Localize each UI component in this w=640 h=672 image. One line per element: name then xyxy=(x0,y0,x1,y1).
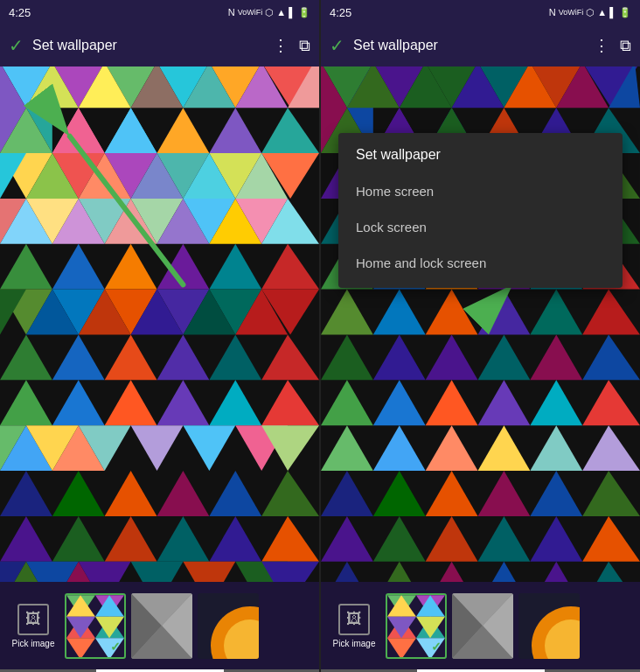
svg-marker-177 xyxy=(582,334,640,380)
svg-marker-51 xyxy=(261,244,319,290)
pick-image-label-left: Pick image xyxy=(12,639,55,648)
svg-marker-67 xyxy=(157,334,210,380)
svg-marker-48 xyxy=(105,244,157,290)
action-icons-right: ⋮ ⧉ xyxy=(594,36,631,55)
svg-marker-73 xyxy=(157,380,210,425)
preview-icon-left[interactable]: ⧉ xyxy=(299,37,310,55)
svg-marker-88 xyxy=(157,471,210,516)
svg-marker-171 xyxy=(582,290,640,335)
set-wallpaper-dropdown: Set wallpaper Home screen Lock screen Ho… xyxy=(338,133,623,288)
svg-marker-196 xyxy=(321,516,373,562)
svg-marker-91 xyxy=(0,516,52,562)
svg-marker-199 xyxy=(478,516,531,562)
svg-marker-71 xyxy=(52,380,105,425)
svg-marker-93 xyxy=(105,516,157,562)
pick-image-icon-right: 🖼 xyxy=(338,604,370,635)
status-bar-right: 4:25 N VoWiFi ⬡ ▲ ▌ 🔋 xyxy=(321,0,640,24)
thumbnail-2-right[interactable] xyxy=(452,593,513,659)
wifi-icon: ▲ xyxy=(276,7,286,18)
action-icons-left: ⋮ ⧉ xyxy=(273,36,310,55)
svg-marker-198 xyxy=(426,516,478,562)
right-phone-panel: 4:25 N VoWiFi ⬡ ▲ ▌ 🔋 ✓ Set wallpaper ⋮ … xyxy=(321,0,640,672)
more-options-icon-left[interactable]: ⋮ xyxy=(273,36,289,55)
svg-marker-181 xyxy=(478,380,531,425)
svg-marker-180 xyxy=(426,380,478,425)
action-title-right: Set wallpaper xyxy=(353,38,594,53)
svg-marker-193 xyxy=(478,471,531,516)
svg-marker-201 xyxy=(582,516,640,562)
svg-marker-21 xyxy=(261,108,319,153)
battery-icon: 🔋 xyxy=(298,7,310,18)
svg-marker-173 xyxy=(373,334,426,380)
thumbnail-2-left[interactable] xyxy=(131,593,192,659)
svg-marker-175 xyxy=(478,334,531,380)
svg-marker-187 xyxy=(478,425,531,471)
svg-marker-166 xyxy=(321,290,373,335)
left-phone-panel: 4:25 N VoWiFi ⬡ ▲ ▌ 🔋 ✓ Set wallpaper ⋮ … xyxy=(0,0,319,672)
svg-marker-50 xyxy=(209,244,261,290)
bottom-tray-right: 🖼 Pick image ✓ xyxy=(321,582,640,669)
pick-image-left[interactable]: 🖼 Pick image xyxy=(7,604,59,648)
svg-marker-197 xyxy=(373,516,426,562)
confirm-check-right[interactable]: ✓ xyxy=(330,35,344,56)
svg-marker-64 xyxy=(0,334,52,380)
svg-marker-184 xyxy=(321,425,373,471)
svg-marker-85 xyxy=(0,471,52,516)
svg-marker-206 xyxy=(530,562,582,582)
battery-icon-right: 🔋 xyxy=(619,7,631,18)
nfc-icon: N xyxy=(228,7,235,18)
svg-marker-47 xyxy=(52,244,105,290)
thumbnail-selected-right[interactable]: ✓ xyxy=(386,593,447,659)
dropdown-title: Set wallpaper xyxy=(338,147,623,173)
dropdown-home-screen[interactable]: Home screen xyxy=(338,173,623,209)
pick-image-right[interactable]: 🖼 Pick image xyxy=(328,604,380,648)
pick-image-label-right: Pick image xyxy=(333,639,376,648)
dropdown-lock-screen[interactable]: Lock screen xyxy=(338,209,623,245)
preview-icon-right[interactable]: ⧉ xyxy=(620,37,631,55)
time-left: 4:25 xyxy=(9,6,31,19)
svg-marker-176 xyxy=(530,334,582,380)
thumbnail-checkmark-right: ✓ xyxy=(431,640,442,654)
status-icons-left: N VoWiFi ⬡ ▲ ▌ 🔋 xyxy=(228,7,310,18)
svg-marker-190 xyxy=(321,471,373,516)
signal-icon: ▌ xyxy=(289,7,296,18)
status-icons-right: N VoWiFi ⬡ ▲ ▌ 🔋 xyxy=(549,7,631,18)
bottom-tray-left: 🖼 Pick image ✓ xyxy=(0,582,319,669)
svg-marker-183 xyxy=(582,380,640,425)
confirm-check-left[interactable]: ✓ xyxy=(9,35,24,56)
svg-marker-65 xyxy=(52,334,105,380)
thumbnail-3-right[interactable] xyxy=(518,593,580,659)
status-bar-left: 4:25 N VoWiFi ⬡ ▲ ▌ 🔋 xyxy=(0,0,319,24)
svg-marker-204 xyxy=(426,562,478,582)
thumbnail-3-left[interactable] xyxy=(198,593,259,659)
svg-marker-92 xyxy=(52,516,105,562)
svg-marker-96 xyxy=(261,516,319,562)
wallpaper-right: Set wallpaper Home screen Lock screen Ho… xyxy=(321,66,640,582)
svg-marker-188 xyxy=(530,425,582,471)
svg-marker-116 xyxy=(66,638,95,657)
vowifi-icon: VoWiFi xyxy=(238,8,263,17)
svg-marker-170 xyxy=(530,290,582,335)
wifi-icon-right: ▲ xyxy=(597,7,607,18)
svg-marker-46 xyxy=(0,244,52,290)
svg-marker-70 xyxy=(0,380,52,425)
action-bar-left: ✓ Set wallpaper ⋮ ⧉ xyxy=(0,24,319,66)
nfc-icon-right: N xyxy=(549,7,556,18)
thumbnail-selected-left[interactable]: ✓ xyxy=(65,593,126,659)
svg-marker-49 xyxy=(157,244,210,290)
svg-marker-185 xyxy=(373,425,426,471)
wallpaper-left xyxy=(0,66,319,582)
svg-marker-82 xyxy=(183,425,235,471)
svg-marker-95 xyxy=(209,516,261,562)
svg-marker-194 xyxy=(530,471,582,516)
svg-marker-203 xyxy=(373,562,426,582)
thumbnail-checkmark-left: ✓ xyxy=(110,640,121,654)
dropdown-home-and-lock[interactable]: Home and lock screen xyxy=(338,245,623,281)
action-bar-right: ✓ Set wallpaper ⋮ ⧉ xyxy=(321,24,640,66)
svg-marker-174 xyxy=(426,334,478,380)
svg-marker-167 xyxy=(373,290,426,335)
more-options-icon-right[interactable]: ⋮ xyxy=(594,36,609,55)
svg-marker-169 xyxy=(478,290,531,335)
svg-marker-72 xyxy=(105,380,157,425)
pick-image-icon-left: 🖼 xyxy=(17,604,49,635)
